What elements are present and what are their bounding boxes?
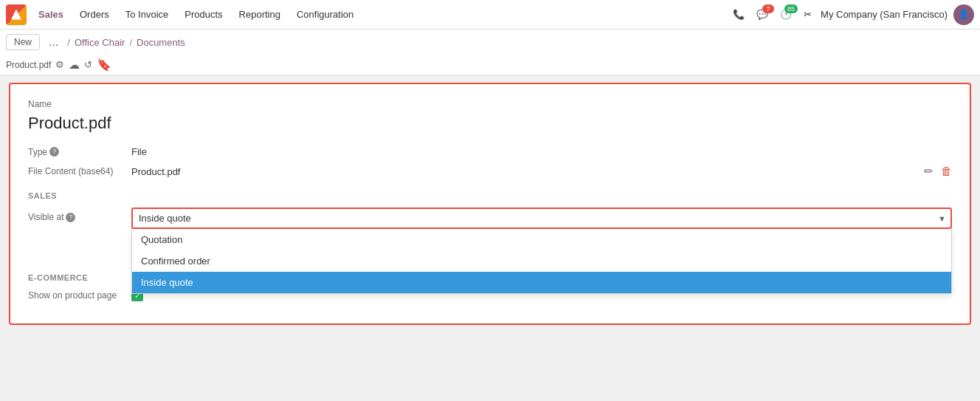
file-name: Product.pdf — [6, 60, 51, 70]
breadcrumb-bar: New ... / Office Chair / Documents Produ… — [0, 30, 980, 75]
name-label: Name — [28, 99, 952, 109]
cloud-icon[interactable]: ☁ — [69, 58, 80, 72]
app-logo[interactable] — [6, 4, 27, 25]
refresh-icon[interactable]: ↺ — [84, 59, 92, 70]
visible-at-select-wrapper: Inside quote Quotation Confirmed order ▼… — [131, 208, 952, 229]
breadcrumb-documents[interactable]: Documents — [137, 37, 185, 48]
avatar[interactable]: 👤 — [953, 4, 974, 25]
scissors-button[interactable]: ✂ — [801, 6, 815, 23]
breadcrumb-sep1: / — [67, 37, 70, 48]
breadcrumb-row2: Product.pdf ⚙ ☁ ↺ 🔖 — [6, 58, 111, 72]
topnav-right: 📞 💬 7 🕐 85 ✂ My Company (San Francisco) … — [730, 4, 974, 25]
sales-section-title: SALES — [28, 191, 952, 200]
nav-items: Sales Orders To Invoice Products Reporti… — [31, 6, 730, 23]
file-content-label: File Content (base64) — [28, 166, 131, 176]
type-row: Type ? File — [28, 146, 952, 157]
visible-at-help-icon[interactable]: ? — [66, 213, 75, 222]
company-name: My Company (San Francisco) — [821, 9, 948, 20]
scissors-icon: ✂ — [804, 9, 812, 20]
dropdown-popup: Quotation Confirmed order Inside quote — [131, 229, 952, 294]
more-menu[interactable]: ... — [44, 32, 63, 52]
visible-at-select[interactable]: Inside quote Quotation Confirmed order — [131, 208, 952, 229]
visible-at-row: Visible at ? Inside quote Quotation Conf… — [28, 208, 952, 229]
chat-button[interactable]: 💬 7 — [753, 6, 771, 23]
activity-button[interactable]: 🕐 85 — [777, 6, 795, 23]
nav-configuration[interactable]: Configuration — [289, 6, 361, 23]
visible-at-label: Visible at ? — [28, 208, 131, 222]
file-content-row: File Content (base64) Product.pdf ✏ 🗑 — [28, 165, 952, 178]
file-content-value: Product.pdf — [131, 166, 181, 177]
breadcrumb-row1: New ... / Office Chair / Documents — [6, 32, 185, 52]
breadcrumb-office-chair[interactable]: Office Chair — [75, 37, 125, 48]
dropdown-item-confirmed-order[interactable]: Confirmed order — [132, 250, 951, 272]
type-help-icon[interactable]: ? — [49, 147, 59, 157]
phone-icon: 📞 — [733, 9, 745, 20]
nav-to-invoice[interactable]: To Invoice — [118, 6, 176, 23]
breadcrumb-sep2: / — [129, 37, 132, 48]
phone-button[interactable]: 📞 — [730, 6, 748, 23]
nav-sales[interactable]: Sales — [31, 6, 71, 23]
delete-file-icon[interactable]: 🗑 — [941, 165, 952, 178]
nav-orders[interactable]: Orders — [72, 6, 117, 23]
company-selector[interactable]: My Company (San Francisco) — [821, 9, 948, 20]
activity-badge: 85 — [784, 4, 798, 13]
topnav: Sales Orders To Invoice Products Reporti… — [0, 0, 980, 30]
gear-icon[interactable]: ⚙ — [55, 59, 64, 70]
chat-badge: 7 — [762, 4, 774, 13]
type-value: File — [131, 146, 147, 157]
main-form: Name Product.pdf Type ? File File Conten… — [9, 83, 971, 325]
show-product-label: Show on product page — [28, 290, 131, 301]
dropdown-item-inside-quote[interactable]: Inside quote — [132, 272, 951, 293]
edit-file-icon[interactable]: ✏ — [924, 165, 934, 178]
bookmark-icon[interactable]: 🔖 — [97, 58, 111, 72]
document-title: Product.pdf — [28, 114, 952, 133]
avatar-icon: 👤 — [959, 10, 969, 19]
nav-reporting[interactable]: Reporting — [232, 6, 288, 23]
dropdown-item-quotation[interactable]: Quotation — [132, 229, 951, 250]
nav-products[interactable]: Products — [177, 6, 230, 23]
file-actions: ✏ 🗑 — [924, 165, 952, 178]
type-label: Type ? — [28, 147, 131, 157]
new-button[interactable]: New — [6, 34, 40, 50]
